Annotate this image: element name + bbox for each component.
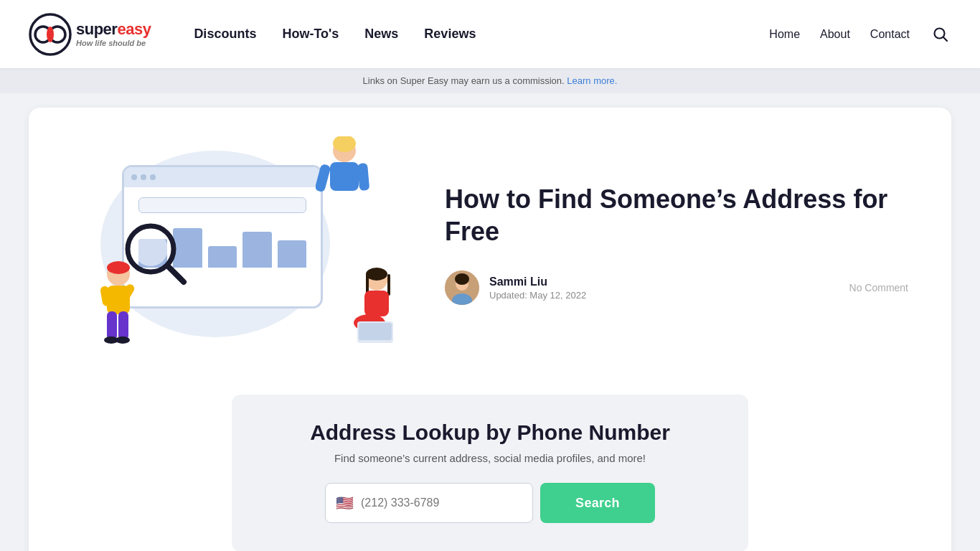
nav-home[interactable]: Home — [769, 28, 800, 41]
logo-text: super easy How life should be — [76, 22, 151, 47]
svg-rect-14 — [107, 311, 117, 340]
author-info: Sammi Liu Updated: May 12, 2022 — [445, 270, 586, 305]
svg-rect-22 — [364, 291, 389, 316]
illus-dot-2 — [141, 174, 146, 180]
person-top-figure — [316, 136, 373, 208]
widget-search-row: 🇺🇸 Search — [260, 483, 720, 523]
learn-more-link[interactable]: Learn more. — [567, 75, 617, 86]
person-left-figure — [97, 258, 161, 352]
illus-bar-5 — [278, 240, 306, 268]
logo-easy-text: easy — [117, 22, 151, 37]
primary-nav: Discounts How-To's News Reviews — [194, 27, 769, 42]
article-title: How to Find Someone’s Address for Free — [445, 183, 908, 248]
secondary-nav: Home About Contact — [769, 24, 951, 45]
illus-dot-3 — [150, 174, 156, 180]
logo-super-text: super — [76, 22, 117, 37]
svg-rect-15 — [118, 311, 128, 340]
illus-search-bar — [138, 197, 306, 213]
svg-point-33 — [455, 273, 469, 285]
author-avatar — [445, 270, 479, 305]
article-illustration — [57, 129, 416, 359]
widget-subtitle: Find someone’s current address, social m… — [260, 452, 720, 464]
svg-line-8 — [168, 266, 184, 282]
logo-tagline: How life should be — [76, 39, 151, 47]
article-card: How to Find Someone’s Address for Free — [29, 108, 951, 551]
svg-rect-30 — [357, 163, 369, 191]
author-details: Sammi Liu Updated: May 12, 2022 — [489, 276, 586, 301]
svg-rect-29 — [316, 164, 331, 192]
phone-search-button[interactable]: Search — [540, 483, 655, 523]
nav-contact[interactable]: Contact — [870, 28, 910, 41]
article-hero: How to Find Someone’s Address for Free — [29, 108, 951, 380]
nav-about[interactable]: About — [820, 28, 850, 41]
nav-news[interactable]: News — [364, 27, 398, 42]
article-meta: How to Find Someone’s Address for Free — [445, 183, 908, 305]
author-row: Sammi Liu Updated: May 12, 2022 No Comme… — [445, 270, 908, 305]
person-right-figure — [344, 265, 409, 352]
phone-input-wrap: 🇺🇸 — [325, 483, 533, 523]
svg-rect-21 — [387, 274, 390, 296]
logo-icon — [29, 13, 72, 56]
svg-point-19 — [366, 268, 387, 281]
header-search-button[interactable] — [930, 24, 951, 45]
svg-rect-25 — [359, 323, 392, 340]
svg-line-5 — [943, 37, 947, 40]
commission-bar: Links on Super Easy may earn us a commis… — [0, 68, 980, 93]
phone-number-input[interactable] — [361, 496, 522, 509]
widget-card: Address Lookup by Phone Number Find some… — [232, 395, 748, 551]
site-header: super easy How life should be Discounts … — [0, 0, 980, 68]
illus-bar-3 — [208, 246, 237, 268]
svg-rect-28 — [330, 162, 359, 191]
svg-point-3 — [47, 27, 54, 42]
nav-howtos[interactable]: How-To's — [282, 27, 339, 42]
illus-bar-4 — [242, 232, 271, 268]
illus-monitor-bar — [124, 167, 321, 187]
logo-link[interactable]: super easy How life should be — [29, 13, 151, 56]
main-content: How to Find Someone’s Address for Free — [0, 93, 980, 551]
illus-dot-1 — [131, 174, 137, 180]
author-name: Sammi Liu — [489, 276, 586, 288]
author-updated-date: Updated: May 12, 2022 — [489, 290, 586, 301]
us-flag-icon: 🇺🇸 — [336, 494, 354, 512]
svg-point-17 — [116, 336, 130, 344]
nav-discounts[interactable]: Discounts — [194, 27, 256, 42]
nav-reviews[interactable]: Reviews — [424, 27, 476, 42]
author-avatar-image — [445, 270, 479, 305]
search-icon — [933, 27, 948, 42]
svg-point-10 — [107, 261, 130, 274]
no-comment-label: No Comment — [849, 282, 908, 293]
widget-section: Address Lookup by Phone Number Find some… — [29, 380, 951, 551]
widget-title: Address Lookup by Phone Number — [260, 420, 720, 445]
